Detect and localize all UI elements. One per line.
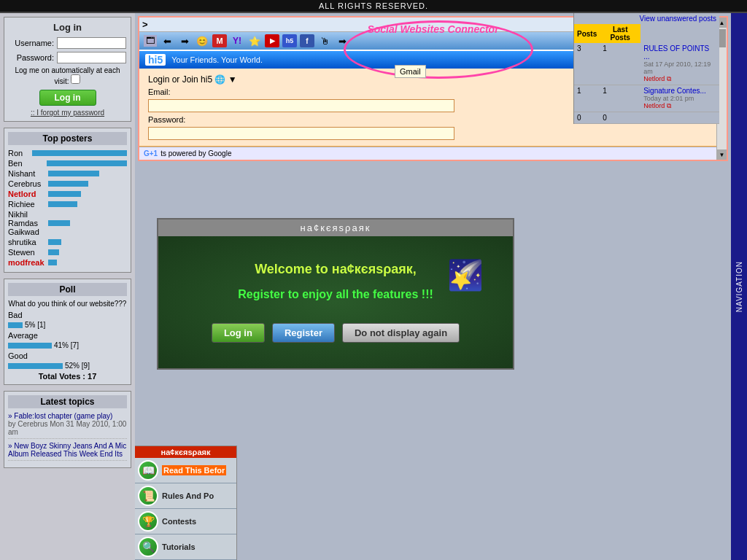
username-input[interactable] (57, 37, 126, 49)
hi5-logo: hi5 (145, 54, 166, 66)
poster-row: Stewen (8, 248, 127, 257)
latest-topic-link[interactable]: » Fable:lost chapter (game play) (8, 412, 112, 420)
post-count: 1 (574, 85, 600, 112)
category-item[interactable]: 📜Rules And Po (135, 483, 236, 509)
back-icon[interactable]: ⬅ (160, 34, 174, 47)
post-title-cell: RULES OF POINTS ...Sat 17 Apr 2010, 12:1… (640, 43, 719, 85)
col-last: Last Posts (600, 24, 640, 43)
poster-row: Ben (8, 159, 127, 168)
iframe-password-input[interactable] (148, 127, 454, 140)
forgot-password-link[interactable]: :: I forgot my password (31, 109, 104, 117)
latest-topic-link[interactable]: » New Boyz Skinny Jeans And A Mic Album … (8, 442, 126, 458)
iframe-email-input[interactable] (148, 99, 454, 112)
top-bar-text: ALL RIGHTS RESERVED. (319, 1, 428, 10)
center-content: Social Websites Connector > 🗔 ⬅ ➡ 😊 M Y!… (135, 13, 731, 560)
poster-row: Nishant (8, 169, 127, 178)
popup-overlay: нa¢кєяѕρaяк 🌠 Welcome to нa¢кєяѕρaяк, Re… (157, 155, 514, 432)
h5-icon[interactable]: h5 (282, 34, 297, 47)
post-count: 0 (574, 112, 600, 124)
popup-rocket: 🌠 (447, 258, 484, 292)
category-label: Rules And Po (162, 491, 214, 500)
top-posters-title: Top posters (8, 132, 127, 145)
category-item[interactable]: 🏆Contests (135, 509, 236, 534)
col-posts: Posts (574, 24, 600, 43)
poster-bar-wrap (48, 249, 127, 255)
iframe-email-label: Email: (148, 88, 171, 96)
login-title: Log in (9, 22, 126, 33)
left-sidebar: Log in Username: Password: Log me on aut… (0, 13, 135, 560)
table-row: 00 (574, 112, 719, 124)
forward-icon[interactable]: ➡ (177, 34, 192, 47)
gmail-icon[interactable]: M (212, 34, 227, 47)
login-button[interactable]: Log in (39, 90, 96, 106)
poster-row: Ron (8, 149, 127, 158)
poster-name: Stewen (8, 248, 48, 257)
category-icon: 🔍 (138, 537, 158, 557)
iframe-login-prompt: Login or Join hi5 (148, 74, 212, 85)
star-icon[interactable]: ⭐ (247, 34, 262, 47)
popup-nodisplay-button[interactable]: Do not display again (342, 323, 460, 343)
popup-login-button[interactable]: Log in (212, 323, 265, 343)
password-input[interactable] (57, 52, 126, 63)
window-icon: 🗔 (144, 35, 157, 47)
post-author: Netlord ⧉ (643, 102, 716, 110)
post-title[interactable]: RULES OF POINTS ... (643, 44, 716, 61)
table-row: 11Signature Contes...Today at 2:01 pmNet… (574, 85, 719, 112)
next-icon[interactable]: ➡ (335, 34, 349, 47)
poll-option-label: Bad (8, 311, 127, 319)
iframe-password-label: Password: (148, 115, 185, 124)
category-item[interactable]: 🔍Tutorials (135, 534, 236, 560)
post-count: 3 (574, 43, 600, 85)
poll-bar (8, 322, 23, 328)
poster-list: RonBenNishantCerebrusNetlordRichieeNikhi… (8, 149, 127, 267)
popup-buttons: Log in Register Do not display again (173, 316, 498, 354)
poster-row: shrutika (8, 238, 127, 246)
poster-row: modfreak (8, 258, 127, 267)
poster-bar-wrap (48, 191, 127, 197)
poster-bar-wrap (47, 160, 127, 166)
poster-name: modfreak (8, 258, 48, 267)
youtube-icon[interactable]: ▶ (265, 34, 279, 47)
read-this-label: Read This Befor (162, 465, 226, 475)
poster-bar (48, 220, 70, 226)
facebook-icon[interactable]: f (300, 34, 314, 47)
poster-bar (48, 260, 57, 265)
top-posters-box: Top posters RonBenNishantCerebrusNetlord… (4, 128, 131, 273)
poster-bar-wrap (48, 239, 127, 245)
category-icon: 🏆 (138, 511, 158, 532)
poll-option-label: Good (8, 351, 127, 360)
posts-table: Posts Last Posts 31RULES OF POINTS ...Sa… (574, 24, 719, 124)
yahoo-icon[interactable]: Y! (230, 34, 244, 47)
poster-row: Netlord (8, 190, 127, 198)
category-text: Rules And Po (162, 491, 214, 500)
iframe-scroll-down[interactable]: ▼ (717, 149, 727, 160)
poll-total: Total Votes : 17 (8, 372, 127, 381)
auto-login-text: Log me on automatically at each visit: (15, 66, 120, 85)
unanswered-link[interactable]: View unanswered posts (577, 15, 716, 23)
category-item[interactable]: 📖Read This Befor (135, 458, 236, 483)
popup-register-button[interactable]: Register (272, 323, 335, 343)
right-nav: NAVIGATION (731, 13, 747, 560)
poster-bar (48, 191, 81, 197)
poster-bar-wrap (48, 220, 127, 226)
auto-login-checkbox[interactable] (71, 74, 80, 84)
right-panel: View unanswered posts Posts Last Posts 3… (573, 13, 719, 124)
latest-topics-box: Latest topics » Fable:lost chapter (game… (4, 391, 131, 468)
poster-bar (48, 249, 59, 255)
poster-name: Ron (8, 149, 32, 158)
poll-bar (8, 343, 52, 349)
google-icon: G+1 (144, 149, 158, 158)
category-icon: 📖 (138, 460, 158, 481)
address-text: > (142, 19, 148, 30)
poster-name: Ben (8, 159, 47, 168)
poster-bar-wrap (32, 150, 127, 156)
category-text: Tutorials (162, 542, 196, 551)
post-last-count: 1 (600, 85, 640, 112)
auto-login-row: Log me on automatically at each visit: (9, 66, 126, 85)
password-label: Password: (9, 53, 54, 62)
post-date: Sat 17 Apr 2010, 12:19 am (643, 61, 716, 75)
poll-box: Poll What do you think of our website???… (4, 279, 131, 385)
post-title[interactable]: Signature Contes... (643, 87, 716, 95)
poster-name: Cerebrus (8, 179, 48, 188)
poster-row: Richiee (8, 200, 127, 209)
